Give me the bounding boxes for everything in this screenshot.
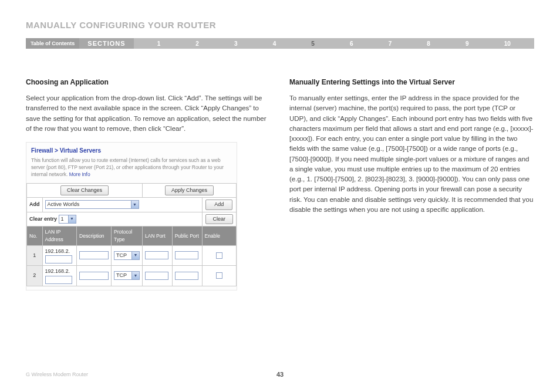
lan-port-input[interactable]	[145, 272, 168, 280]
protocol-select[interactable]: TCP▼	[114, 271, 140, 280]
clear-entry-value: 1	[61, 215, 64, 224]
enable-checkbox[interactable]	[216, 252, 222, 259]
description-input[interactable]	[79, 272, 109, 280]
product-name: G Wireless Modem Router	[26, 371, 88, 377]
chevron-down-icon: ▼	[131, 252, 139, 259]
application-select[interactable]: Active Worlds ▼	[45, 200, 139, 209]
clear-changes-button[interactable]: Clear Changes	[60, 185, 109, 196]
page-number: 43	[276, 371, 284, 378]
col-proto: Protocol Type	[112, 227, 143, 246]
chevron-down-icon: ▼	[68, 215, 76, 223]
description-input[interactable]	[79, 251, 109, 259]
protocol-select[interactable]: TCP▼	[114, 251, 140, 260]
col-pub-port: Public Port	[172, 227, 202, 246]
row-no: 2	[27, 266, 43, 286]
page-title: MANUALLY CONFIGURING YOUR ROUTER	[26, 20, 534, 30]
section-link-10[interactable]: 10	[504, 40, 511, 47]
col-desc: Description	[77, 227, 112, 246]
section-link-2[interactable]: 2	[195, 40, 199, 47]
page-footer: G Wireless Modem Router 43 G Wireless Mo…	[26, 371, 534, 378]
clear-entry-label: Clear entry	[29, 216, 57, 222]
section-nav: Table of Contents SECTIONS 1 2 3 4 5 6 7…	[26, 38, 534, 49]
actions-table: Clear Changes Apply Changes Add Active W…	[26, 183, 237, 286]
ip-prefix: 192.168.2.	[45, 248, 70, 254]
panel-breadcrumb: Firewall > Virtual Servers	[26, 143, 237, 157]
protocol-value: TCP	[116, 272, 127, 280]
col-lan-port: LAN Port	[143, 227, 173, 246]
lan-port-input[interactable]	[145, 251, 168, 259]
toc-link[interactable]: Table of Contents	[26, 38, 79, 49]
ip-input[interactable]	[45, 276, 72, 284]
ip-input[interactable]	[45, 255, 72, 263]
section-link-4[interactable]: 4	[273, 40, 276, 47]
panel-description: This function will allow you to route ex…	[26, 157, 237, 183]
ip-prefix: 192.168.2.	[45, 268, 70, 274]
section-numbers: 1 2 3 4 5 6 7 8 9 10	[134, 38, 534, 49]
col-enable: Enable	[202, 227, 236, 246]
row-no: 1	[27, 245, 43, 266]
col-ip: LAN IP Address	[42, 227, 77, 246]
right-column: Manually Entering Settings into the Virt…	[289, 77, 534, 290]
clear-entry-select[interactable]: 1 ▼	[59, 215, 76, 224]
col-no: No.	[27, 227, 43, 246]
add-button[interactable]: Add	[205, 200, 232, 210]
panel-description-text: This function will allow you to route ex…	[31, 157, 224, 177]
right-heading: Manually Entering Settings into the Virt…	[289, 77, 534, 87]
left-heading: Choosing an Application	[26, 77, 271, 87]
public-port-input[interactable]	[175, 272, 198, 280]
section-link-9[interactable]: 9	[465, 40, 469, 47]
sections-label: SECTIONS	[79, 38, 133, 49]
virtual-servers-panel: Firewall > Virtual Servers This function…	[26, 142, 237, 290]
left-column: Choosing an Application Select your appl…	[26, 77, 271, 290]
more-info-link[interactable]: More Info	[69, 171, 90, 177]
section-link-5[interactable]: 5	[311, 40, 315, 47]
section-link-7[interactable]: 7	[389, 40, 392, 47]
clear-button[interactable]: Clear	[205, 214, 234, 225]
add-label: Add	[27, 198, 43, 212]
chevron-down-icon: ▼	[131, 201, 139, 208]
chevron-down-icon: ▼	[131, 272, 139, 279]
table-row: 1 192.168.2. TCP▼	[27, 245, 237, 266]
left-body: Select your application from the drop-do…	[26, 93, 271, 134]
section-link-8[interactable]: 8	[427, 40, 430, 47]
application-select-value: Active Worlds	[48, 201, 80, 209]
right-body: To manually enter settings, enter the IP…	[289, 93, 534, 215]
section-link-3[interactable]: 3	[234, 40, 238, 47]
section-link-6[interactable]: 6	[350, 40, 353, 47]
enable-checkbox[interactable]	[216, 272, 222, 279]
public-port-input[interactable]	[175, 251, 198, 259]
apply-changes-button[interactable]: Apply Changes	[165, 185, 214, 196]
section-link-1[interactable]: 1	[157, 40, 161, 47]
table-row: 2 192.168.2. TCP▼	[27, 266, 237, 286]
protocol-value: TCP	[116, 252, 127, 260]
